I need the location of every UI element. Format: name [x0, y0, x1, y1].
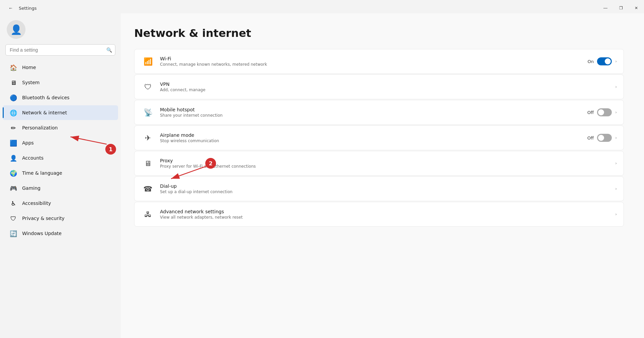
card-text-airplane: Airplane mode Stop wireless communicatio… — [160, 132, 582, 143]
sidebar: 👤 🔍 🏠 Home 🖥 System 🔵 Bluetooth & device… — [0, 13, 121, 338]
card-text-advanced: Advanced network settings View all netwo… — [160, 209, 610, 220]
card-icon-dialup: ☎️ — [141, 182, 155, 195]
nav-label-time: Time & language — [22, 170, 62, 176]
nav-label-system: System — [22, 80, 40, 85]
card-right-wifi: On › — [588, 57, 617, 65]
card-text-vpn: VPN Add, connect, manage — [160, 81, 610, 92]
back-button[interactable]: ← — [5, 3, 16, 13]
nav-label-personalization: Personalization — [22, 125, 58, 130]
nav-icon-bluetooth: 🔵 — [9, 94, 17, 102]
nav-list: 🏠 Home 🖥 System 🔵 Bluetooth & devices 🌐 … — [0, 60, 121, 241]
toggle-hotspot[interactable] — [597, 108, 612, 116]
toggle-label-airplane: Off — [587, 135, 594, 140]
card-right-airplane: Off › — [587, 134, 617, 142]
sidebar-item-accounts[interactable]: 👤 Accounts — [3, 151, 118, 165]
card-text-dialup: Dial-up Set up a dial-up internet connec… — [160, 183, 610, 194]
card-right-dialup: › — [615, 186, 617, 191]
titlebar: ← Settings — ❐ ✕ — [0, 0, 644, 13]
settings-card-dialup[interactable]: ☎️ Dial-up Set up a dial-up internet con… — [134, 176, 624, 201]
nav-label-bluetooth: Bluetooth & devices — [22, 95, 69, 100]
card-title-vpn: VPN — [160, 81, 610, 87]
toggle-airplane[interactable] — [597, 134, 612, 142]
card-title-airplane: Airplane mode — [160, 132, 582, 138]
card-title-dialup: Dial-up — [160, 183, 610, 189]
card-right-vpn: › — [615, 84, 617, 89]
toggle-wifi[interactable] — [597, 57, 612, 65]
card-title-hotspot: Mobile hotspot — [160, 107, 582, 112]
settings-card-proxy[interactable]: 🖥 Proxy Proxy server for Wi-Fi and Ether… — [134, 151, 624, 176]
card-icon-wifi: 📶 — [141, 55, 155, 68]
settings-card-airplane[interactable]: ✈️ Airplane mode Stop wireless communica… — [134, 125, 624, 150]
sidebar-item-gaming[interactable]: 🎮 Gaming — [3, 181, 118, 195]
chevron-icon-wifi: › — [615, 59, 617, 64]
chevron-icon-hotspot: › — [615, 110, 617, 115]
settings-card-wifi[interactable]: 📶 Wi-Fi Connect, manage known networks, … — [134, 49, 624, 74]
sidebar-item-home[interactable]: 🏠 Home — [3, 60, 118, 75]
card-text-wifi: Wi-Fi Connect, manage known networks, me… — [160, 56, 582, 67]
nav-icon-home: 🏠 — [9, 63, 17, 71]
nav-label-apps: Apps — [22, 140, 34, 146]
card-title-proxy: Proxy — [160, 158, 610, 163]
sidebar-item-network[interactable]: 🌐 Network & internet — [3, 105, 118, 120]
sidebar-item-privacy[interactable]: 🛡 Privacy & security — [3, 211, 118, 226]
sidebar-item-update[interactable]: 🔄 Windows Update — [3, 226, 118, 241]
app-body: 👤 🔍 🏠 Home 🖥 System 🔵 Bluetooth & device… — [0, 13, 644, 338]
sidebar-item-system[interactable]: 🖥 System — [3, 75, 118, 90]
card-subtitle-advanced: View all network adapters, network reset — [160, 215, 610, 220]
card-icon-airplane: ✈️ — [141, 131, 155, 145]
profile-section: 👤 — [0, 13, 121, 44]
card-subtitle-hotspot: Share your internet connection — [160, 113, 582, 118]
nav-icon-update: 🔄 — [9, 229, 17, 237]
settings-card-hotspot[interactable]: 📡 Mobile hotspot Share your internet con… — [134, 100, 624, 125]
card-icon-hotspot: 📡 — [141, 106, 155, 119]
card-title-wifi: Wi-Fi — [160, 56, 582, 61]
minimize-button[interactable]: — — [598, 1, 613, 15]
nav-icon-accounts: 👤 — [9, 154, 17, 162]
card-subtitle-proxy: Proxy server for Wi-Fi and Ethernet conn… — [160, 164, 610, 169]
chevron-icon-dialup: › — [615, 186, 617, 191]
card-subtitle-dialup: Set up a dial-up internet connection — [160, 189, 610, 194]
nav-label-accessibility: Accessibility — [22, 201, 51, 206]
card-icon-proxy: 🖥 — [141, 157, 155, 170]
search-input[interactable] — [5, 44, 115, 56]
maximize-button[interactable]: ❐ — [613, 1, 629, 15]
chevron-icon-airplane: › — [615, 135, 617, 140]
card-right-hotspot: Off › — [587, 108, 617, 116]
nav-icon-personalization: ✏️ — [9, 124, 17, 132]
nav-icon-apps: 🟦 — [9, 139, 17, 147]
avatar-icon: 👤 — [10, 24, 22, 35]
chevron-icon-proxy: › — [615, 161, 617, 166]
avatar: 👤 — [7, 20, 25, 39]
settings-card-advanced[interactable]: 🖧 Advanced network settings View all net… — [134, 202, 624, 227]
nav-icon-accessibility: ♿ — [9, 199, 17, 207]
nav-label-home: Home — [22, 65, 36, 70]
window-controls: — ❐ ✕ — [598, 1, 644, 15]
nav-label-update: Windows Update — [22, 231, 62, 236]
sidebar-item-accessibility[interactable]: ♿ Accessibility — [3, 196, 118, 211]
nav-label-gaming: Gaming — [22, 185, 41, 191]
nav-label-network: Network & internet — [22, 110, 67, 115]
card-icon-advanced: 🖧 — [141, 208, 155, 221]
card-subtitle-vpn: Add, connect, manage — [160, 88, 610, 92]
nav-icon-network: 🌐 — [9, 109, 17, 117]
nav-label-privacy: Privacy & security — [22, 216, 64, 221]
card-right-advanced: › — [615, 212, 617, 217]
nav-icon-system: 🖥 — [9, 78, 17, 87]
chevron-icon-vpn: › — [615, 84, 617, 89]
close-button[interactable]: ✕ — [629, 1, 644, 15]
nav-icon-gaming: 🎮 — [9, 184, 17, 192]
card-text-hotspot: Mobile hotspot Share your internet conne… — [160, 107, 582, 118]
sidebar-item-time[interactable]: 🌍 Time & language — [3, 166, 118, 180]
nav-icon-privacy: 🛡 — [9, 214, 17, 222]
sidebar-item-bluetooth[interactable]: 🔵 Bluetooth & devices — [3, 90, 118, 105]
sidebar-item-personalization[interactable]: ✏️ Personalization — [3, 120, 118, 135]
card-text-proxy: Proxy Proxy server for Wi-Fi and Etherne… — [160, 158, 610, 169]
settings-card-vpn[interactable]: 🛡 VPN Add, connect, manage › — [134, 74, 624, 99]
card-subtitle-wifi: Connect, manage known networks, metered … — [160, 62, 582, 67]
card-subtitle-airplane: Stop wireless communication — [160, 138, 582, 143]
card-right-proxy: › — [615, 161, 617, 166]
toggle-label-hotspot: Off — [587, 110, 594, 115]
main-content: Network & internet 📶 Wi-Fi Connect, mana… — [121, 13, 644, 338]
nav-icon-time: 🌍 — [9, 169, 17, 177]
sidebar-item-apps[interactable]: 🟦 Apps — [3, 135, 118, 150]
